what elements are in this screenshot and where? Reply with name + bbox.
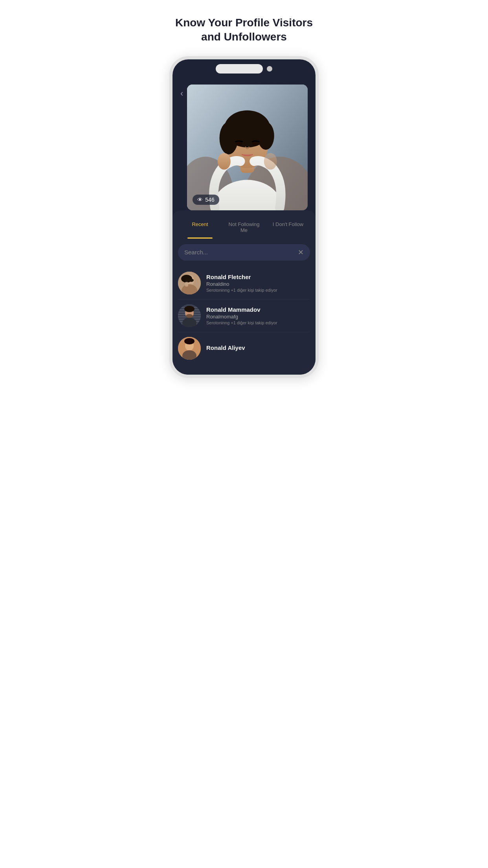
back-button[interactable]: ‹ [180,88,183,99]
view-count-number: 546 [205,197,214,203]
page-title: Know Your Profile Visitors and Unfollowe… [174,16,314,44]
user-list: Ronald Fletcher Ronaldino Serotoninng +1… [172,265,316,367]
svg-point-12 [264,153,277,169]
svg-point-9 [236,141,242,146]
camera-dot [267,66,272,72]
profile-section: ‹ [172,77,316,210]
phone-screen: ‹ [172,77,316,375]
tabs-row: Recent Not Following Me I Don't Follow [172,210,316,239]
notch-bar [216,64,263,74]
user-info: Ronald Mammadov Ronalmomafg Serotoninng … [206,306,310,325]
avatar [178,272,201,294]
eye-icon: 👁 [197,197,203,203]
search-bar[interactable]: Search... ✕ [178,244,310,261]
view-count-badge: 👁 546 [193,195,219,205]
user-info: Ronald Fletcher Ronaldino Serotoninng +1… [206,274,310,292]
svg-point-36 [184,338,194,344]
svg-point-10 [253,141,259,146]
user-name: Ronald Aliyev [206,344,310,351]
search-clear-icon[interactable]: ✕ [298,248,304,257]
user-mutual: Serotoninng +1 diğer kişi takip ediyor [206,320,310,325]
phone-mockup: ‹ [169,56,319,378]
svg-point-18 [189,279,194,282]
list-item[interactable]: Ronald Aliyev [178,332,310,364]
avatar [178,304,201,327]
svg-point-7 [220,122,238,154]
page-header: Know Your Profile Visitors and Unfollowe… [163,0,325,52]
avatar [178,337,201,360]
user-info: Ronald Aliyev [206,344,310,352]
profile-image [187,85,308,210]
svg-point-32 [186,314,193,318]
page-wrapper: Know Your Profile Visitors and Unfollowe… [163,0,325,378]
svg-point-31 [184,306,194,312]
bottom-panel: Recent Not Following Me I Don't Follow S… [172,210,316,375]
phone-notch [172,59,316,77]
list-item[interactable]: Ronald Mammadov Ronalmomafg Serotoninng … [178,300,310,332]
svg-rect-19 [185,282,188,287]
avatar-image-2 [178,304,201,327]
user-name: Ronald Mammadov [206,306,310,313]
tab-dont-follow[interactable]: I Don't Follow [267,218,309,239]
search-placeholder: Search... [184,249,295,256]
user-handle: Ronaldino [206,281,310,287]
svg-point-8 [258,122,274,150]
tab-not-following[interactable]: Not Following Me [223,218,265,239]
avatar-image-3 [178,337,201,360]
list-item[interactable]: Ronald Fletcher Ronaldino Serotoninng +1… [178,267,310,300]
profile-image-card: 👁 546 [187,85,308,210]
avatar-image-1 [178,272,201,294]
tab-recent[interactable]: Recent [179,218,221,239]
user-handle: Ronalmomafg [206,314,310,320]
profile-photo-svg [187,85,308,210]
user-mutual: Serotoninng +1 diğer kişi takip ediyor [206,288,310,292]
svg-point-11 [218,153,231,169]
user-name: Ronald Fletcher [206,274,310,280]
